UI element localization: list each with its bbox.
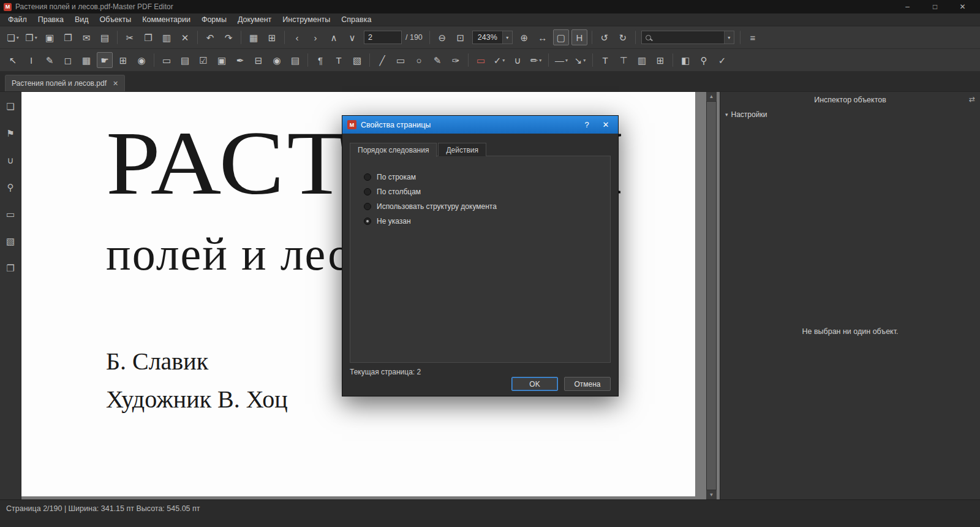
thumbnails-panel-button[interactable]: ❏	[2, 98, 18, 115]
attachments-panel-button[interactable]: ∪	[2, 152, 18, 169]
next-page-button[interactable]: ›	[307, 29, 323, 45]
loupe-button[interactable]: ⚲	[696, 52, 712, 68]
highlighter-tool-button[interactable]: ✏ ▾	[528, 52, 544, 68]
menu-file[interactable]: Файл	[2, 13, 32, 26]
select-object-tool-button[interactable]: ◻	[60, 52, 76, 68]
save-button[interactable]: ▣	[42, 29, 58, 45]
scroll-up-icon[interactable]: ▲	[709, 92, 714, 101]
eraser-button[interactable]: ◧	[677, 52, 693, 68]
combobox-field-button[interactable]: ⊟	[251, 52, 266, 68]
attach-file-button[interactable]: ∪	[510, 52, 526, 68]
search-box[interactable]: ▾	[641, 31, 734, 44]
tab-page-order[interactable]: Порядок следования	[350, 143, 437, 157]
form-fields-panel-button[interactable]: ▭	[2, 206, 18, 223]
search-input[interactable]	[651, 33, 724, 42]
zoom-out-button[interactable]: ⊖	[434, 29, 450, 45]
minimize-button[interactable]: –	[894, 2, 921, 11]
new-document-button[interactable]: ❏ ▾	[5, 29, 21, 45]
text-align-button[interactable]: ¶	[312, 52, 328, 68]
tab-close-icon[interactable]: ✕	[113, 80, 118, 88]
listbox-field-button[interactable]: ▤	[287, 52, 303, 68]
cut-button[interactable]: ✂	[122, 29, 138, 45]
add-text-button[interactable]: T	[331, 52, 347, 68]
zoom-in-button[interactable]: ⊕	[516, 29, 532, 45]
radiobutton-field-button[interactable]: ◉	[269, 52, 285, 68]
note-annotation-button[interactable]: ▤	[177, 52, 193, 68]
dialog-close-button[interactable]: ✕	[598, 120, 613, 129]
edit-document-tool-button[interactable]: ✎	[42, 52, 58, 68]
pencil-tool-button[interactable]: ✎	[429, 52, 445, 68]
menu-edit[interactable]: Правка	[32, 13, 69, 26]
line-tool-button[interactable]: ╱	[374, 52, 390, 68]
rotate-left-button[interactable]: ↺	[597, 29, 612, 45]
ok-button[interactable]: OK	[511, 377, 558, 391]
menu-tools[interactable]: Инструменты	[277, 13, 336, 26]
add-image-button[interactable]: ▧	[349, 52, 365, 68]
menu-forms[interactable]: Формы	[196, 13, 232, 26]
search-panel-button[interactable]: ⚲	[2, 179, 18, 196]
email-button[interactable]: ✉	[78, 29, 94, 45]
stamp-tool-button[interactable]: ✓ ▾	[491, 52, 507, 68]
radio-icon[interactable]	[364, 203, 371, 210]
scroll-down-icon[interactable]: ▼	[709, 490, 714, 499]
radio-by-columns[interactable]: По столбцам	[364, 184, 610, 199]
toolbar-menu-button[interactable]: ≡	[745, 29, 761, 45]
signatures-panel-button[interactable]: ▧	[2, 233, 18, 250]
menu-document[interactable]: Документ	[232, 13, 277, 26]
text-box-button[interactable]: ⊤	[616, 52, 631, 68]
bookmarks-panel-button[interactable]: ⚑	[2, 125, 18, 142]
select-tool-button[interactable]: ↖	[5, 52, 21, 68]
open-document-button[interactable]: ❒ ▾	[23, 29, 39, 45]
hand-tool-button[interactable]: ☛	[97, 52, 113, 68]
rotate-right-button[interactable]: ↻	[615, 29, 631, 45]
show-grid-button[interactable]: ▦	[246, 29, 262, 45]
zoom-combobox[interactable]: 243% ▾	[472, 31, 513, 44]
signature-field-button[interactable]: ✒	[232, 52, 248, 68]
search-caret-icon[interactable]: ▾	[724, 31, 734, 44]
page-manager-button[interactable]: ⊞	[652, 52, 668, 68]
radio-by-rows[interactable]: По строкам	[364, 170, 610, 184]
close-button[interactable]: ✕	[949, 2, 976, 11]
zoom-caret-icon[interactable]: ▾	[502, 31, 512, 44]
dialog-title-bar[interactable]: M Свойства страницы ? ✕	[342, 116, 618, 134]
rectangle-tool-button[interactable]: ▭	[393, 52, 409, 68]
radio-icon[interactable]	[364, 173, 371, 181]
snapshot-tool-button[interactable]: ◉	[134, 52, 149, 68]
edit-text-button[interactable]: T	[597, 52, 613, 68]
radio-document-structure[interactable]: Использовать структуру документа	[364, 199, 610, 214]
snap-to-grid-button[interactable]: ⊞	[264, 29, 280, 45]
page-up-button[interactable]: ∧	[326, 29, 342, 45]
copy-button[interactable]: ❐	[140, 29, 156, 45]
cancel-button[interactable]: Отмена	[564, 377, 611, 391]
settings-section-header[interactable]: ▾ Настройки	[720, 108, 980, 121]
insert-page-button[interactable]: ▥	[634, 52, 650, 68]
zoom-tool-button[interactable]: ⊞	[115, 52, 131, 68]
text-select-tool-button[interactable]: I	[23, 52, 39, 68]
radio-not-specified[interactable]: Не указан	[364, 214, 610, 229]
highlight-area-button[interactable]: ▭	[473, 52, 489, 68]
tab-actions[interactable]: Действия	[438, 143, 486, 156]
push-button-field-button[interactable]: ▣	[214, 52, 230, 68]
freehand-sign-button[interactable]: ✑	[448, 52, 464, 68]
radio-icon[interactable]	[364, 218, 371, 225]
scrollbar-thumb[interactable]	[706, 101, 717, 490]
line-style-button[interactable]: ― ▾	[553, 52, 570, 68]
redo-button[interactable]: ↷	[221, 29, 236, 45]
zoom-marquee-button[interactable]: ⊡	[453, 29, 469, 45]
previous-page-button[interactable]: ‹	[289, 29, 305, 45]
document-tab[interactable]: Растения полей и лесов.pdf ✕	[5, 75, 125, 91]
layers-panel-button[interactable]: ❐	[2, 260, 18, 277]
print-button[interactable]: ▤	[97, 29, 113, 45]
menu-comments[interactable]: Комментарии	[137, 13, 196, 26]
vertical-scrollbar[interactable]: ▲ ▼	[706, 92, 717, 499]
dialog-help-button[interactable]: ?	[579, 120, 594, 129]
edit-forms-tool-button[interactable]: ▦	[78, 52, 94, 68]
delete-button[interactable]: ✕	[177, 29, 193, 45]
menu-help[interactable]: Справка	[336, 13, 377, 26]
dock-panel-icon[interactable]: ⇄	[969, 95, 975, 104]
radio-icon[interactable]	[364, 188, 371, 195]
maximize-button[interactable]: □	[921, 2, 949, 11]
page-number-input[interactable]	[364, 31, 402, 44]
arrow-style-button[interactable]: ↘ ▾	[572, 52, 588, 68]
menu-view[interactable]: Вид	[69, 13, 94, 26]
